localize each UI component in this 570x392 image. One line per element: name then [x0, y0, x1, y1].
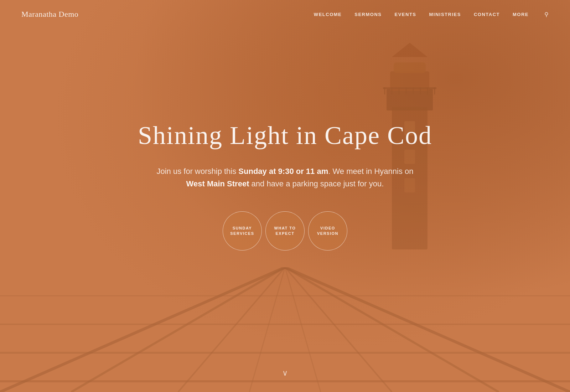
hero-subtitle: Join us for worship this Sunday at 9:30 … — [138, 165, 432, 190]
btn-label: WHAT TO EXPECT — [274, 226, 296, 237]
nav-welcome[interactable]: WELCOME — [314, 12, 342, 17]
hero-title: Shining Light in Cape Cod — [138, 120, 432, 151]
svg-line-17 — [0, 267, 285, 392]
video-version-button[interactable]: VIDEO VERSION — [308, 211, 347, 251]
nav-ministries[interactable]: MINISTRIES — [429, 12, 461, 17]
site-logo[interactable]: Maranatha Demo — [21, 10, 78, 19]
svg-line-19 — [178, 267, 285, 392]
svg-marker-4 — [392, 43, 428, 57]
svg-line-22 — [285, 267, 392, 392]
nav-events[interactable]: EVENTS — [394, 12, 416, 17]
svg-line-23 — [285, 267, 499, 392]
hero-content: Shining Light in Cape Cod Join us for wo… — [67, 120, 503, 251]
nav-links: WELCOME SERMONS EVENTS MINISTRIES CONTAC… — [314, 11, 549, 18]
circle-buttons: SUNDAY SERVICES WHAT TO EXPECT VIDEO VER… — [138, 211, 432, 251]
btn-label: VIDEO VERSION — [317, 226, 338, 237]
nav-sermons[interactable]: SERMONS — [354, 12, 382, 17]
svg-line-20 — [249, 267, 285, 392]
navigation: Maranatha Demo WELCOME SERMONS EVENTS MI… — [0, 0, 570, 29]
svg-line-18 — [71, 267, 285, 392]
svg-line-24 — [285, 267, 570, 392]
nav-contact[interactable]: CONTACT — [474, 12, 500, 17]
search-icon[interactable]: ⚲ — [544, 11, 549, 18]
subtitle-suffix: and have a parking space just for you. — [249, 179, 384, 188]
subtitle-prefix: Join us for worship this — [156, 167, 238, 176]
hero-section: Maranatha Demo WELCOME SERMONS EVENTS MI… — [0, 0, 570, 392]
svg-rect-1 — [387, 89, 433, 110]
subtitle-bold1: Sunday at 9:30 or 11 am — [238, 167, 328, 176]
svg-rect-8 — [383, 87, 436, 89]
svg-rect-3 — [394, 62, 426, 73]
subtitle-mid: . We meet in Hyannis on — [328, 167, 413, 176]
subtitle-bold2: West Main Street — [186, 179, 249, 188]
btn-label: SUNDAY SERVICES — [230, 226, 254, 237]
svg-rect-2 — [390, 71, 429, 91]
svg-line-21 — [285, 267, 321, 392]
scroll-down-button[interactable]: ∨ — [282, 368, 288, 378]
chevron-down-icon: ∨ — [282, 368, 288, 377]
nav-more[interactable]: MORE — [513, 12, 529, 17]
what-to-expect-button[interactable]: WHAT TO EXPECT — [265, 211, 305, 251]
sunday-services-button[interactable]: SUNDAY SERVICES — [223, 211, 262, 251]
